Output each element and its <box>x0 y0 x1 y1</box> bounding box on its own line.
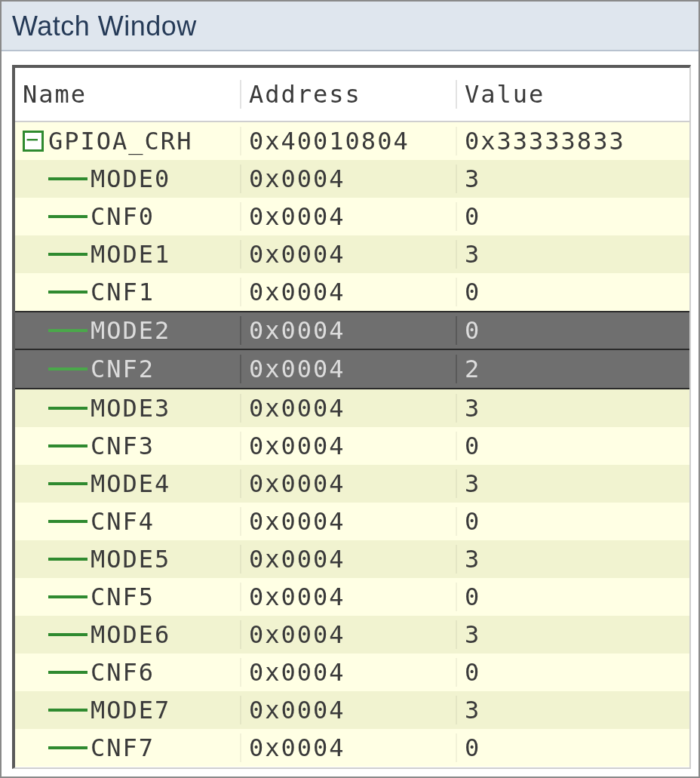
child-value: 0 <box>457 316 689 345</box>
root-name: GPIOA_CRH <box>48 127 232 155</box>
child-value: 0 <box>457 432 689 460</box>
tree-child-row[interactable]: MODE40x00043 <box>15 465 689 503</box>
child-address: 0x0004 <box>241 202 457 231</box>
child-name: MODE6 <box>91 620 232 649</box>
child-value: 0 <box>457 733 689 762</box>
child-value: 3 <box>457 469 689 498</box>
child-value: 3 <box>457 545 689 574</box>
child-name-cell: CNF0 <box>15 202 241 231</box>
child-address: 0x0004 <box>241 316 457 345</box>
child-name: MODE3 <box>91 394 232 423</box>
client-area: Name Address Value − GPIOA_CRH 0x4001080… <box>2 51 698 776</box>
child-address: 0x0004 <box>241 583 457 611</box>
child-address: 0x0004 <box>241 658 457 687</box>
child-value: 0 <box>457 278 689 306</box>
tree-child-row[interactable]: CNF00x00040 <box>15 198 689 235</box>
root-value: 0x33333833 <box>457 127 689 155</box>
window-title-bar: Watch Window <box>2 2 698 51</box>
tree-child-row[interactable]: CNF50x00040 <box>15 578 689 616</box>
child-name: MODE5 <box>91 545 232 574</box>
root-address: 0x40010804 <box>241 127 457 155</box>
watch-window: Watch Window Name Address Value − GPIOA_… <box>0 0 700 778</box>
child-address: 0x0004 <box>241 240 457 269</box>
child-name: MODE7 <box>91 696 232 724</box>
child-name: CNF1 <box>91 278 232 306</box>
child-value: 3 <box>457 394 689 423</box>
child-address: 0x0004 <box>241 469 457 498</box>
tree-child-row[interactable]: MODE00x00043 <box>15 160 689 198</box>
child-name: CNF4 <box>91 507 232 536</box>
child-value: 0 <box>457 202 689 231</box>
child-name: CNF3 <box>91 432 232 460</box>
child-name: CNF7 <box>91 733 232 762</box>
child-name: MODE1 <box>91 240 232 269</box>
child-address: 0x0004 <box>241 696 457 724</box>
child-name: CNF2 <box>91 355 232 383</box>
child-value: 3 <box>457 165 689 193</box>
tree-child-row[interactable]: CNF70x00040 <box>15 729 689 767</box>
child-name-cell: MODE4 <box>15 469 241 498</box>
child-name-cell: CNF5 <box>15 583 241 611</box>
collapse-glyph: − <box>26 129 41 150</box>
root-name-cell: − GPIOA_CRH <box>15 127 241 155</box>
child-value: 3 <box>457 240 689 269</box>
child-name-cell: MODE3 <box>15 394 241 423</box>
child-name-cell: MODE7 <box>15 696 241 724</box>
tree-child-row[interactable]: CNF20x00042 <box>15 350 689 389</box>
child-value: 0 <box>457 507 689 536</box>
child-address: 0x0004 <box>241 165 457 193</box>
child-name-cell: MODE1 <box>15 240 241 269</box>
child-address: 0x0004 <box>241 278 457 306</box>
child-name: MODE2 <box>91 316 232 345</box>
tree-root-row[interactable]: − GPIOA_CRH 0x40010804 0x33333833 <box>15 122 689 160</box>
child-name-cell: MODE2 <box>15 316 241 345</box>
child-address: 0x0004 <box>241 355 457 383</box>
tree-child-row[interactable]: MODE20x00040 <box>15 311 689 350</box>
child-name-cell: CNF3 <box>15 432 241 460</box>
tree-child-row[interactable]: CNF10x00040 <box>15 273 689 311</box>
child-name: MODE4 <box>91 469 232 498</box>
child-value: 3 <box>457 620 689 649</box>
child-name-cell: MODE0 <box>15 165 241 193</box>
window-title: Watch Window <box>12 11 197 42</box>
child-name-cell: CNF2 <box>15 355 241 383</box>
child-address: 0x0004 <box>241 620 457 649</box>
child-name-cell: CNF7 <box>15 733 241 762</box>
table-body: − GPIOA_CRH 0x40010804 0x33333833 MODE00… <box>15 122 689 767</box>
table-header: Name Address Value <box>15 68 689 122</box>
child-address: 0x0004 <box>241 507 457 536</box>
child-name-cell: MODE5 <box>15 545 241 574</box>
child-name-cell: CNF1 <box>15 278 241 306</box>
header-value[interactable]: Value <box>457 80 689 109</box>
child-address: 0x0004 <box>241 432 457 460</box>
child-name: CNF6 <box>91 658 232 687</box>
child-value: 3 <box>457 696 689 724</box>
header-address[interactable]: Address <box>241 80 457 109</box>
child-name-cell: CNF4 <box>15 507 241 536</box>
child-value: 2 <box>457 355 689 383</box>
tree-child-row[interactable]: MODE30x00043 <box>15 389 689 427</box>
child-name-cell: MODE6 <box>15 620 241 649</box>
watch-table: Name Address Value − GPIOA_CRH 0x4001080… <box>12 65 691 769</box>
child-address: 0x0004 <box>241 545 457 574</box>
child-value: 0 <box>457 658 689 687</box>
header-name[interactable]: Name <box>15 80 241 109</box>
tree-child-row[interactable]: CNF40x00040 <box>15 503 689 540</box>
tree-child-row[interactable]: MODE10x00043 <box>15 235 689 273</box>
tree-child-row[interactable]: CNF30x00040 <box>15 427 689 465</box>
child-name: CNF0 <box>91 202 232 231</box>
child-address: 0x0004 <box>241 394 457 423</box>
child-name: MODE0 <box>91 165 232 193</box>
tree-child-row[interactable]: CNF60x00040 <box>15 653 689 691</box>
child-value: 0 <box>457 583 689 611</box>
child-address: 0x0004 <box>241 733 457 762</box>
tree-child-row[interactable]: MODE50x00043 <box>15 540 689 578</box>
collapse-icon[interactable]: − <box>23 131 44 152</box>
tree-child-row[interactable]: MODE60x00043 <box>15 616 689 653</box>
child-name: CNF5 <box>91 583 232 611</box>
tree-child-row[interactable]: MODE70x00043 <box>15 691 689 729</box>
child-name-cell: CNF6 <box>15 658 241 687</box>
